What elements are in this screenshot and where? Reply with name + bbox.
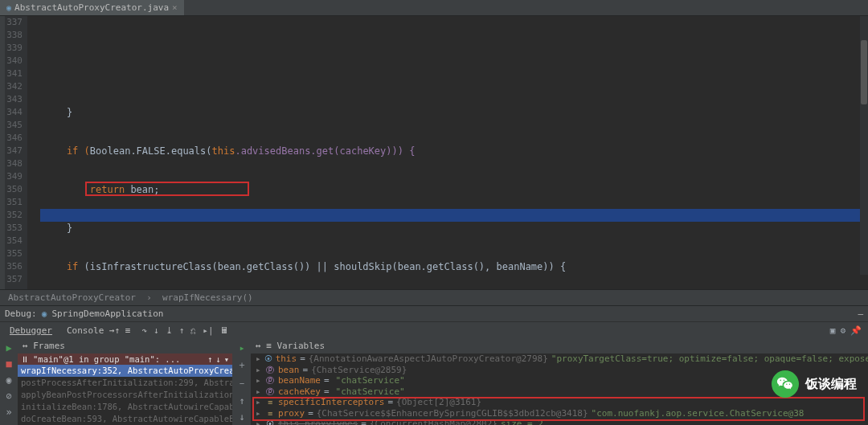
editor-left-margin xyxy=(0,16,5,289)
wechat-logo-icon xyxy=(772,370,799,398)
watermark: 饭谈编程 xyxy=(772,370,857,398)
tab-debugger[interactable]: Debugger xyxy=(6,325,55,336)
variables-header: ↔ ≡ Variables xyxy=(251,339,868,353)
frames-panel: ↔ Frames ⏸ "main"@1 in group "main": ...… xyxy=(18,339,233,425)
debug-side-toolbar: ▶ ■ ◉ ⊘ » xyxy=(0,339,18,425)
stack-frame[interactable]: initializeBean:1786, AbstractAutowireCap… xyxy=(18,401,232,413)
down-icon[interactable]: ↓ xyxy=(239,411,244,423)
tab-console[interactable]: Console →↑ ≡ xyxy=(63,325,133,336)
stack-frame[interactable]: doCreateBean:593, AbstractAutowireCapabl… xyxy=(18,413,232,425)
stack-frame[interactable]: applyBeanPostProcessorsAfterInitializati… xyxy=(18,389,232,401)
debug-body: ▶ ■ ◉ ⊘ » ↔ Frames ⏸ "main"@1 in group "… xyxy=(0,339,868,425)
fold-column xyxy=(27,16,40,289)
next-frame-icon[interactable]: ↓ xyxy=(215,354,220,364)
stack-frame[interactable]: postProcessAfterInitialization:299, Abst… xyxy=(18,377,232,389)
prev-frame-icon[interactable]: ↑ xyxy=(207,354,212,364)
run-config-name: SpringDemoApplication xyxy=(51,309,163,319)
variables-title: Variables xyxy=(277,341,326,351)
new-watch-icon[interactable]: ＋ xyxy=(237,358,247,372)
step-over-icon[interactable]: ↷ xyxy=(141,325,147,336)
editor-scrollbar[interactable] xyxy=(860,16,868,275)
debug-step-toolbar: ↷ ↓ ⤓ ↑ ⎌ ▸| 🖩 xyxy=(141,325,228,336)
variable-row[interactable]: ▸≡specificInterceptors = {Object[2]@3161… xyxy=(251,397,868,408)
run-to-cursor-icon[interactable]: ▸| xyxy=(203,325,213,336)
force-step-into-icon[interactable]: ⤓ xyxy=(166,325,173,336)
thread-selector[interactable]: ⏸ "main"@1 in group "main": ... ↑ ↓ ▾ xyxy=(18,353,232,365)
layout-icon[interactable]: ▣ xyxy=(830,325,836,336)
pin-icon[interactable]: 📌 xyxy=(850,325,862,336)
execution-line-highlight xyxy=(40,209,868,222)
debug-title: Debug: xyxy=(5,309,37,319)
step-out-icon[interactable]: ↑ xyxy=(179,325,185,336)
breadcrumb[interactable]: AbstractAutoProxyCreator › wrapIfNecessa… xyxy=(0,289,868,305)
filter-frame-icon[interactable]: ▾ xyxy=(224,354,229,364)
spring-icon: ◉ xyxy=(42,309,47,319)
vars-toolbar: ▸ ＋ － ↑ ↓ ⎘ xyxy=(233,339,251,425)
drop-frame-icon[interactable]: ⎌ xyxy=(190,325,196,336)
scrollbar-thumb[interactable] xyxy=(861,40,867,104)
variable-row[interactable]: ▸⦿this = {AnnotationAwareAspectJAutoProx… xyxy=(251,353,868,365)
frames-header: ↔ Frames xyxy=(18,339,232,353)
mute-breakpoints-icon[interactable]: ⊘ xyxy=(6,390,11,402)
add-watch-icon[interactable]: ▸ xyxy=(239,342,244,353)
debug-tabs: Debugger Console →↑ ≡ ↷ ↓ ⤓ ↑ ⎌ ▸| 🖩 ▣ ⚙… xyxy=(0,321,868,339)
minimize-icon[interactable]: — xyxy=(858,309,863,319)
evaluate-icon[interactable]: 🖩 xyxy=(220,325,229,336)
thread-busy-icon: ⏸ xyxy=(21,354,30,364)
debug-toolwindow-header: Debug: ◉ SpringDemoApplication — xyxy=(0,305,868,321)
up-icon[interactable]: ↑ xyxy=(239,395,244,407)
editor-tab[interactable]: ◉ AbstractAutoProxyCreator.java × xyxy=(0,0,184,15)
watermark-text: 饭谈编程 xyxy=(805,376,857,393)
stop-icon[interactable]: ■ xyxy=(6,358,11,370)
variable-row[interactable]: ▸⦿this.proxyTypes = {ConcurrentHashMap@2… xyxy=(251,419,868,425)
more-icon[interactable]: » xyxy=(6,407,11,418)
variable-row[interactable]: ▸≡proxy = {ChatService$$EnhancerBySpring… xyxy=(251,408,868,419)
view-breakpoints-icon[interactable]: ◉ xyxy=(6,374,11,386)
close-icon[interactable]: × xyxy=(172,2,178,13)
code-editor[interactable]: 3373383393403413423433443453463473483493… xyxy=(0,16,868,289)
tab-filename: AbstractAutoProxyCreator.java xyxy=(14,2,169,13)
frames-title: ↔ Frames xyxy=(23,341,65,352)
code-area[interactable]: } if (Boolean.FALSE.equals(this.advisedB… xyxy=(40,16,868,289)
java-file-icon: ◉ xyxy=(6,3,11,12)
remove-watch-icon[interactable]: － xyxy=(237,377,247,390)
step-into-icon[interactable]: ↓ xyxy=(154,325,159,336)
settings-icon[interactable]: ⚙ xyxy=(840,325,845,336)
resume-icon[interactable]: ▶ xyxy=(6,342,11,353)
editor-tab-bar: ◉ AbstractAutoProxyCreator.java × xyxy=(0,0,868,16)
stack-frame[interactable]: wrapIfNecessary:352, AbstractAutoProxyCr… xyxy=(18,365,232,377)
